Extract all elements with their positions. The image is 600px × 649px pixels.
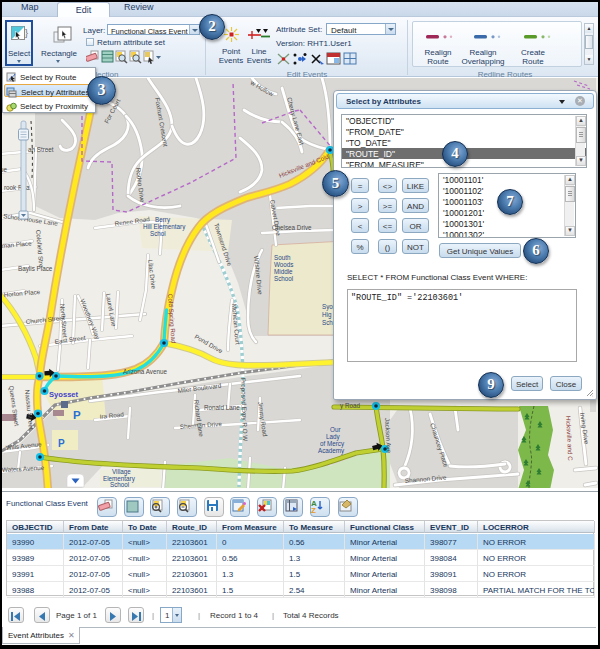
svg-text:Middle: Middle — [274, 268, 293, 275]
svg-text:Hig: Hig — [322, 311, 332, 319]
svg-text:Ronald Lane: Ronald Lane — [204, 404, 240, 411]
svg-text:y Road: y Road — [340, 402, 360, 410]
svg-text:Syosset: Syosset — [49, 390, 79, 399]
svg-text:ue: ue — [0, 166, 8, 173]
svg-text:P: P — [73, 409, 81, 421]
svg-text:an Street: an Street — [28, 146, 54, 153]
svg-text:Sch: Sch — [322, 319, 333, 326]
svg-text:Our: Our — [330, 426, 341, 433]
svg-text:}: } — [25, 28, 28, 38]
svg-text:Baylis Place: Baylis Place — [18, 265, 53, 273]
svg-text:School: School — [110, 481, 129, 488]
svg-text:South: South — [274, 254, 291, 261]
svg-text:Arizona Avenue: Arizona Avenue — [123, 368, 167, 375]
svg-text:Woods: Woods — [274, 261, 293, 268]
svg-text:Schol: Schol — [150, 230, 166, 237]
svg-text:School: School — [274, 275, 293, 282]
svg-text:Academy: Academy — [318, 447, 345, 455]
svg-text:P: P — [58, 438, 65, 449]
svg-text:Z: Z — [311, 506, 316, 515]
